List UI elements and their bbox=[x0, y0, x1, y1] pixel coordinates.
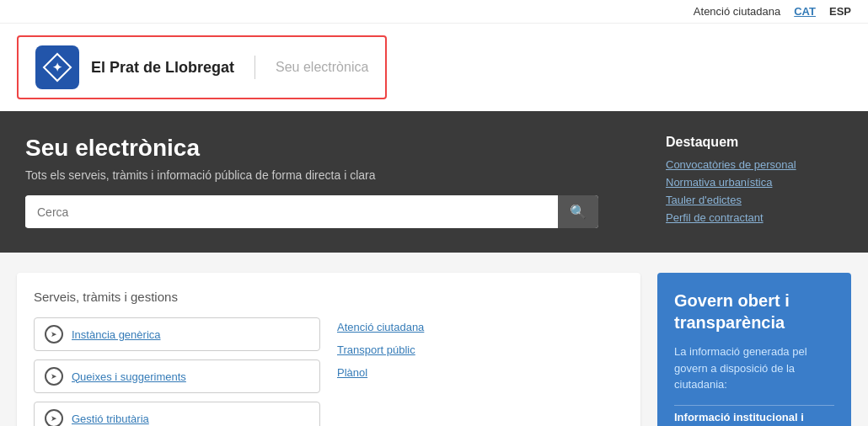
govern-item-0[interactable]: Informació institucional i organitzativa bbox=[674, 405, 834, 427]
destaquem-link-3[interactable]: Perfil de contractant bbox=[666, 211, 851, 224]
svg-text:✦: ✦ bbox=[52, 61, 62, 74]
hero-subtitle: Tots els serveis, tràmits i informació p… bbox=[25, 168, 649, 182]
hero-left: Seu electrònica Tots els serveis, tràmit… bbox=[25, 135, 649, 229]
service-icon-2 bbox=[45, 409, 63, 426]
service-link-1[interactable]: Queixes i suggeriments bbox=[72, 370, 186, 383]
right-link-0[interactable]: Atenció ciutadana bbox=[337, 321, 624, 333]
destaquem-link-2[interactable]: Tauler d'edictes bbox=[666, 194, 851, 206]
destaquem-link-0[interactable]: Convocatòries de personal bbox=[666, 158, 851, 171]
service-item-0[interactable]: Instància genèrica bbox=[34, 317, 320, 351]
hero-section: Seu electrònica Tots els serveis, tràmit… bbox=[0, 111, 868, 253]
search-button[interactable]: 🔍 bbox=[558, 195, 598, 228]
logo-svg: ✦ bbox=[42, 52, 72, 83]
top-bar: Atenció ciutadana CAT ESP bbox=[0, 0, 868, 24]
main-content: Serveis, tràmits i gestions Instància ge… bbox=[0, 253, 868, 426]
right-link-2[interactable]: Plànol bbox=[337, 366, 624, 379]
logo-separator bbox=[255, 56, 255, 79]
logo-bar: ✦ El Prat de Llobregat Seu electrònica bbox=[17, 35, 387, 99]
hero-right: Destaquem Convocatòries de personal Norm… bbox=[666, 135, 851, 229]
service-icon-1 bbox=[45, 367, 63, 386]
services-columns: Instància genèrica Queixes i suggeriment… bbox=[34, 317, 624, 426]
logo-icon: ✦ bbox=[35, 45, 79, 89]
logo-subtitle: Seu electrònica bbox=[276, 60, 368, 75]
search-box: 🔍 bbox=[25, 195, 598, 228]
right-link-1[interactable]: Transport públic bbox=[337, 343, 624, 356]
service-link-2[interactable]: Gestió tributària bbox=[72, 413, 149, 425]
lang-cat[interactable]: CAT bbox=[794, 5, 816, 18]
services-panel: Serveis, tràmits i gestions Instància ge… bbox=[17, 273, 640, 426]
service-item-2[interactable]: Gestió tributària bbox=[34, 402, 320, 426]
services-title: Serveis, tràmits i gestions bbox=[34, 290, 624, 304]
hero-heading: Seu electrònica bbox=[25, 135, 649, 162]
atencio-ciutadana-link[interactable]: Atenció ciutadana bbox=[694, 5, 780, 18]
service-item-1[interactable]: Queixes i suggeriments bbox=[34, 359, 320, 393]
services-col-right: Atenció ciutadana Transport públic Plàno… bbox=[337, 317, 624, 426]
destaquem-links: Convocatòries de personal Normativa urba… bbox=[666, 158, 851, 224]
logo-title: El Prat de Llobregat bbox=[91, 59, 234, 77]
govern-panel: Govern obert i transparència La informac… bbox=[657, 273, 851, 426]
search-input[interactable] bbox=[25, 197, 558, 227]
service-icon-0 bbox=[45, 325, 63, 343]
lang-esp[interactable]: ESP bbox=[829, 5, 851, 18]
govern-subtitle: La informació generada pel govern a disp… bbox=[674, 343, 834, 393]
destaquem-link-1[interactable]: Normativa urbanística bbox=[666, 176, 851, 189]
destaquem-title: Destaquem bbox=[666, 135, 851, 150]
govern-title: Govern obert i transparència bbox=[674, 290, 834, 333]
service-link-0[interactable]: Instància genèrica bbox=[72, 328, 161, 341]
services-col-left: Instància genèrica Queixes i suggeriment… bbox=[34, 317, 320, 426]
